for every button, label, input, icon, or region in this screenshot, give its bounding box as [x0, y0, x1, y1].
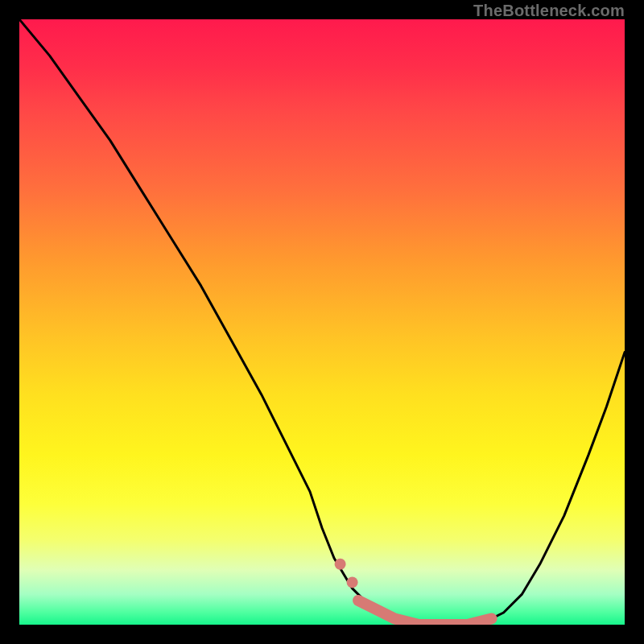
chart-svg [19, 19, 625, 625]
plot-area [19, 19, 625, 625]
bottleneck-curve [19, 19, 625, 625]
optimal-range-highlight [335, 559, 492, 625]
chart-frame [19, 19, 625, 625]
svg-point-0 [335, 559, 346, 570]
svg-point-1 [347, 576, 358, 588]
watermark-text: TheBottleneck.com [473, 2, 625, 20]
